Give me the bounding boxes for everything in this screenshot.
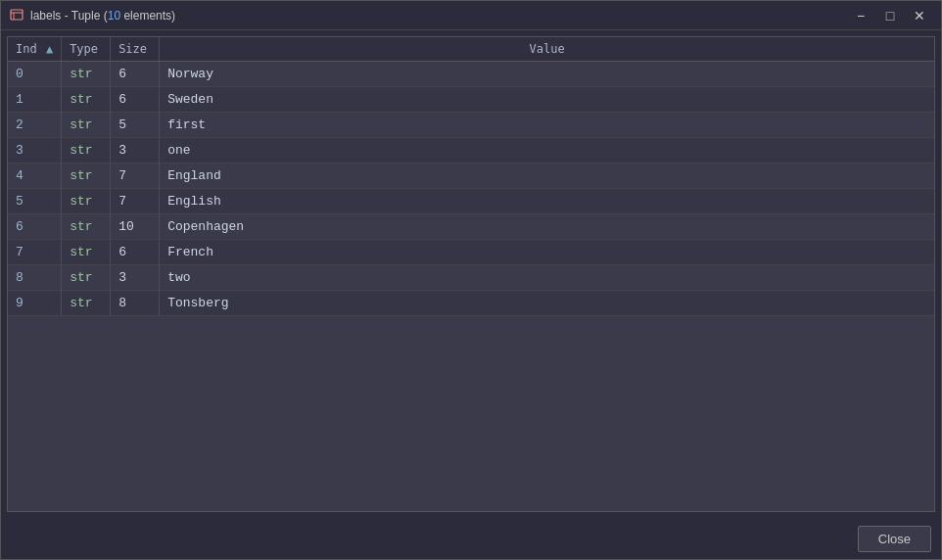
title-bar: labels - Tuple (10 elements) − □ ✕ [1, 1, 941, 30]
col-header-size[interactable]: Size [111, 37, 160, 62]
table-row[interactable]: 6str10Copenhagen [8, 214, 934, 240]
cell-size: 6 [111, 240, 160, 265]
cell-type: str [62, 240, 111, 265]
table-body: 0str6Norway1str6Sweden2str5first3str3one… [8, 62, 934, 316]
table-row[interactable]: 5str7English [8, 189, 934, 214]
table-row[interactable]: 1str6Sweden [8, 87, 934, 113]
cell-value: Sweden [160, 87, 934, 113]
cell-type: str [62, 189, 111, 214]
cell-value: English [160, 189, 934, 214]
cell-ind: 0 [8, 62, 62, 87]
cell-value: Tonsberg [160, 291, 934, 316]
close-button[interactable]: Close [858, 526, 931, 552]
minimize-button[interactable]: − [847, 5, 874, 26]
col-header-value[interactable]: Value [160, 37, 934, 62]
cell-size: 10 [111, 214, 160, 240]
cell-value: England [160, 163, 934, 189]
table-row[interactable]: 7str6French [8, 240, 934, 265]
cell-size: 6 [111, 62, 160, 87]
table-row[interactable]: 8str3two [8, 265, 934, 291]
cell-value: Norway [160, 62, 934, 87]
window-close-button[interactable]: ✕ [906, 5, 933, 26]
maximize-button[interactable]: □ [876, 5, 904, 26]
table-row[interactable]: 0str6Norway [8, 62, 934, 87]
cell-ind: 7 [8, 240, 62, 265]
window-controls: − □ ✕ [847, 5, 933, 26]
main-window: labels - Tuple (10 elements) − □ ✕ Ind ▲… [0, 0, 942, 560]
element-count: 10 [108, 9, 120, 23]
table-header-row: Ind ▲ Type Size Value [8, 37, 934, 62]
cell-size: 6 [111, 87, 160, 113]
table-scroll[interactable]: Ind ▲ Type Size Value 0str6Norway1str6Sw… [8, 37, 934, 511]
table-row[interactable]: 3str3one [8, 138, 934, 163]
table-container: Ind ▲ Type Size Value 0str6Norway1str6Sw… [7, 36, 935, 512]
cell-ind: 2 [8, 113, 62, 138]
cell-type: str [62, 62, 111, 87]
cell-size: 3 [111, 265, 160, 291]
window-title: labels - Tuple (10 elements) [30, 9, 175, 23]
cell-size: 5 [111, 113, 160, 138]
cell-value: Copenhagen [160, 214, 934, 240]
content-area: Ind ▲ Type Size Value 0str6Norway1str6Sw… [1, 30, 941, 518]
cell-type: str [62, 138, 111, 163]
table-row[interactable]: 4str7England [8, 163, 934, 189]
cell-ind: 1 [8, 87, 62, 113]
cell-ind: 5 [8, 189, 62, 214]
col-header-type[interactable]: Type [62, 37, 111, 62]
cell-type: str [62, 214, 111, 240]
cell-size: 3 [111, 138, 160, 163]
cell-ind: 9 [8, 291, 62, 316]
table-row[interactable]: 2str5first [8, 113, 934, 138]
title-bar-left: labels - Tuple (10 elements) [9, 8, 175, 23]
col-header-ind[interactable]: Ind ▲ [8, 37, 62, 62]
cell-ind: 4 [8, 163, 62, 189]
cell-value: French [160, 240, 934, 265]
cell-type: str [62, 265, 111, 291]
cell-type: str [62, 291, 111, 316]
cell-ind: 3 [8, 138, 62, 163]
table-row[interactable]: 9str8Tonsberg [8, 291, 934, 316]
cell-ind: 6 [8, 214, 62, 240]
cell-type: str [62, 163, 111, 189]
data-table: Ind ▲ Type Size Value 0str6Norway1str6Sw… [8, 37, 934, 316]
svg-rect-0 [11, 10, 23, 20]
bottom-bar: Close [1, 518, 941, 559]
cell-size: 8 [111, 291, 160, 316]
cell-value: two [160, 265, 934, 291]
cell-value: one [160, 138, 934, 163]
sort-arrow-ind: ▲ [46, 42, 53, 56]
cell-ind: 8 [8, 265, 62, 291]
cell-size: 7 [111, 163, 160, 189]
cell-type: str [62, 87, 111, 113]
cell-value: first [160, 113, 934, 138]
cell-size: 7 [111, 189, 160, 214]
cell-type: str [62, 113, 111, 138]
app-icon [9, 8, 24, 23]
